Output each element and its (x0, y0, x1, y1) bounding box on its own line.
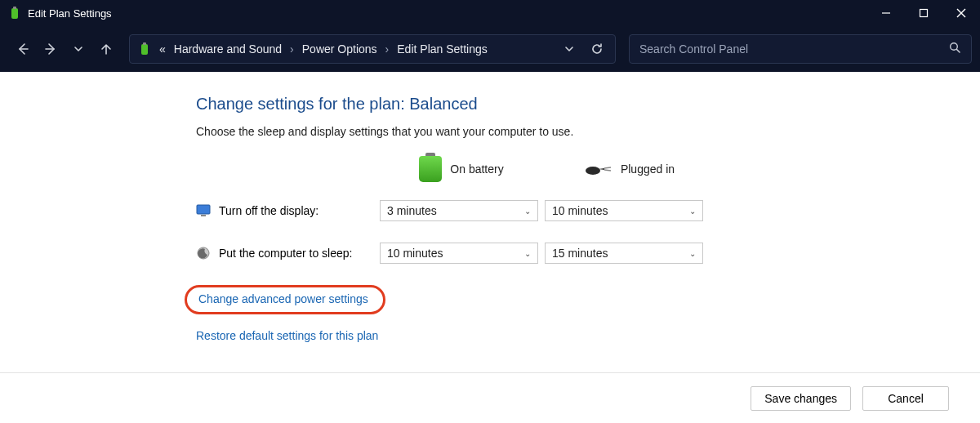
chevron-down-icon: ⌄ (524, 249, 531, 258)
svg-line-11 (957, 50, 960, 53)
sleep-label: Put the computer to sleep: (219, 247, 352, 260)
back-button[interactable] (11, 38, 34, 60)
forward-button[interactable] (39, 38, 62, 60)
sleep-plugged-dropdown[interactable]: 15 minutes ⌄ (545, 243, 703, 264)
dropdown-value: 3 minutes (387, 204, 437, 217)
refresh-button[interactable] (587, 39, 607, 59)
breadcrumb-separator-icon: › (385, 42, 390, 56)
svg-rect-16 (201, 215, 206, 216)
highlight-annotation: Change advanced power settings (185, 285, 385, 314)
dropdown-value: 10 minutes (387, 247, 443, 260)
on-battery-label: On battery (450, 163, 503, 176)
battery-app-icon (8, 7, 21, 20)
content-area: Change settings for the plan: Balanced C… (0, 72, 980, 342)
dropdown-value: 10 minutes (552, 204, 608, 217)
search-icon[interactable] (949, 42, 961, 56)
svg-rect-8 (141, 44, 148, 55)
titlebar: Edit Plan Settings (0, 0, 980, 26)
advanced-link-row: Change advanced power settings (196, 285, 817, 314)
plug-icon (585, 161, 612, 177)
breadcrumb-item[interactable]: Hardware and Sound (174, 42, 282, 56)
up-button[interactable] (95, 38, 118, 60)
svg-line-14 (604, 170, 611, 171)
sleep-battery-dropdown[interactable]: 10 minutes ⌄ (380, 243, 538, 264)
breadcrumb: « Hardware and Sound › Power Options › E… (159, 42, 551, 56)
turn-off-display-label: Turn off the display: (219, 204, 318, 217)
page-title: Change settings for the plan: Balanced (196, 95, 817, 114)
breadcrumb-item[interactable]: Power Options (302, 42, 377, 56)
minimize-button[interactable] (867, 0, 905, 26)
battery-icon (419, 156, 442, 182)
plugged-in-label: Plugged in (621, 163, 675, 176)
breadcrumb-prefix: « (159, 42, 166, 56)
footer: Save changes Cancel (0, 372, 980, 423)
close-button[interactable] (942, 0, 980, 26)
restore-default-settings-link[interactable]: Restore default settings for this plan (196, 329, 378, 342)
navbar: « Hardware and Sound › Power Options › E… (0, 26, 980, 72)
address-bar[interactable]: « Hardware and Sound › Power Options › E… (129, 34, 616, 64)
address-dropdown-button[interactable] (559, 39, 579, 59)
change-advanced-power-settings-link[interactable]: Change advanced power settings (198, 292, 368, 305)
chevron-down-icon: ⌄ (524, 207, 531, 216)
breadcrumb-item[interactable]: Edit Plan Settings (397, 42, 488, 56)
put-computer-to-sleep-row: Put the computer to sleep: 10 minutes ⌄ … (196, 243, 817, 264)
dropdown-value: 15 minutes (552, 247, 608, 260)
maximize-button[interactable] (905, 0, 942, 26)
svg-rect-9 (143, 42, 146, 45)
battery-breadcrumb-icon (138, 42, 151, 56)
column-headers: On battery Plugged in (196, 156, 817, 182)
chevron-down-icon: ⌄ (689, 249, 696, 258)
recent-locations-button[interactable] (67, 38, 90, 60)
search-bar[interactable] (629, 34, 972, 64)
svg-rect-15 (197, 205, 210, 214)
svg-rect-0 (11, 8, 18, 19)
svg-rect-3 (920, 10, 928, 17)
display-plugged-dropdown[interactable]: 10 minutes ⌄ (545, 200, 703, 221)
window-controls (867, 0, 980, 26)
breadcrumb-separator-icon: › (290, 42, 294, 56)
save-changes-button[interactable]: Save changes (751, 386, 851, 411)
svg-point-12 (586, 167, 600, 175)
display-icon (196, 203, 211, 218)
cancel-button[interactable]: Cancel (862, 386, 949, 411)
moon-icon (196, 246, 211, 260)
search-input[interactable] (639, 42, 941, 56)
window-title: Edit Plan Settings (28, 7, 867, 20)
turn-off-display-row: Turn off the display: 3 minutes ⌄ 10 min… (196, 200, 817, 221)
page-subtitle: Choose the sleep and display settings th… (196, 125, 817, 138)
chevron-down-icon: ⌄ (689, 207, 696, 216)
svg-rect-1 (13, 7, 16, 9)
display-battery-dropdown[interactable]: 3 minutes ⌄ (380, 200, 538, 221)
svg-line-13 (604, 167, 611, 168)
restore-link-row: Restore default settings for this plan (196, 329, 817, 342)
